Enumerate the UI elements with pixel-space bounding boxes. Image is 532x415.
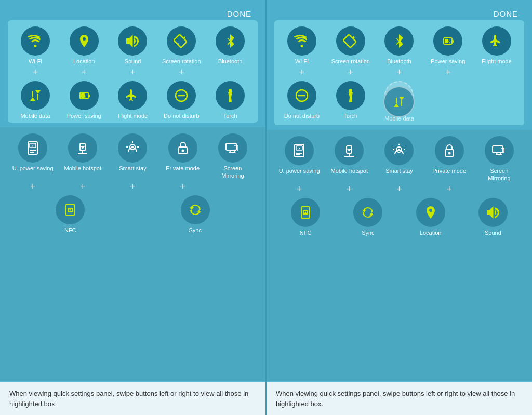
left-wifi[interactable]: Wi-Fi — [15, 26, 56, 65]
left-u-power-saving[interactable]: U. power saving — [12, 133, 54, 172]
right-bluetooth[interactable]: Bluetooth — [378, 26, 420, 65]
rplus-2: + — [330, 67, 371, 78]
right-sync[interactable]: Sync — [347, 198, 389, 236]
right-caption: When viewing quick settings panel, swipe… — [267, 382, 532, 415]
plus-9: + — [162, 181, 204, 192]
plus-1: + — [15, 67, 56, 78]
right-u-power-saving[interactable]: U. power saving — [278, 136, 320, 175]
left-nfc[interactable]: NFC — [49, 195, 91, 234]
right-plus-row-2: + + + + — [274, 183, 524, 196]
left-caption: When viewing quick settings panel, swipe… — [0, 382, 265, 415]
rplus-9: + — [429, 184, 470, 195]
right-done-area: DONE — [274, 5, 524, 20]
left-mobile-hotspot[interactable]: Mobile hotspot — [62, 133, 103, 172]
left-sound[interactable]: Sound — [112, 26, 153, 65]
left-panel-top: DONE Wi-Fi Location Sound — [0, 0, 265, 127]
right-highlight-box: Wi-Fi Screen rotation Bluetooth Power sa… — [274, 20, 524, 125]
right-sound[interactable]: Sound — [472, 198, 514, 236]
right-private-mode[interactable]: Private mode — [429, 136, 470, 175]
rplus-6: + — [278, 184, 320, 195]
left-extra-row-1: U. power saving Mobile hotspot Smart sta… — [8, 131, 258, 180]
rplus-1: + — [281, 67, 323, 78]
left-private-mode[interactable]: Private mode — [162, 133, 204, 172]
left-row-2: Mobile data Power saving Flight mode Do … — [11, 79, 255, 121]
right-extra-row-2: NFC Sync Location Sound — [274, 196, 524, 237]
plus-5 — [209, 67, 251, 78]
left-highlight-box: Wi-Fi Location Sound Screen rotation — [8, 20, 258, 123]
left-plus-row-1: + + + + — [11, 66, 255, 79]
right-do-not-disturb[interactable]: Do not disturb — [281, 81, 323, 119]
right-flight-mode[interactable]: Flight mode — [476, 26, 517, 65]
right-done-button[interactable]: DONE — [494, 9, 518, 18]
left-mobile-data[interactable]: Mobile data — [15, 81, 56, 119]
left-power-saving[interactable]: Power saving — [63, 81, 105, 119]
right-panel-bottom: U. power saving Mobile hotspot Smart sta… — [267, 130, 532, 381]
right-power-saving[interactable]: Power saving — [427, 26, 469, 65]
right-nfc[interactable]: NFC — [285, 198, 326, 236]
rplus-4: + — [427, 67, 469, 78]
main-container: DONE Wi-Fi Location Sound — [0, 0, 532, 415]
left-bluetooth[interactable]: Bluetooth — [209, 26, 251, 65]
right-wifi[interactable]: Wi-Fi — [281, 26, 323, 65]
plus-4: + — [161, 67, 202, 78]
right-screen-mirroring[interactable]: Screen Mirroring — [478, 136, 520, 181]
plus-6: + — [12, 181, 54, 192]
plus-2: + — [63, 67, 105, 78]
right-extra-row-1: U. power saving Mobile hotspot Smart sta… — [274, 134, 524, 182]
right-panel-top: DONE Wi-Fi Screen rotation Bluetooth — [267, 0, 532, 130]
left-location[interactable]: Location — [63, 26, 105, 65]
left-screen-mirroring[interactable]: Screen Mirroring — [212, 133, 254, 179]
right-panel: DONE Wi-Fi Screen rotation Bluetooth — [267, 0, 532, 415]
left-done-area: DONE — [8, 5, 258, 20]
right-plus-row-1: + + + + — [277, 66, 521, 79]
plus-10 — [212, 181, 254, 192]
plus-7: + — [62, 181, 103, 192]
right-smart-stay[interactable]: Smart stay — [378, 136, 420, 175]
right-row-2: Do not disturb Torch Mobile data — [277, 79, 521, 123]
left-sync[interactable]: Sync — [175, 195, 216, 234]
right-screen-rotation[interactable]: Screen rotation — [330, 26, 371, 65]
rplus-8: + — [378, 184, 420, 195]
right-mobile-hotspot[interactable]: Mobile hotspot — [328, 136, 370, 175]
left-panel: DONE Wi-Fi Location Sound — [0, 0, 265, 415]
drag-ghost-mobile-data — [383, 86, 415, 117]
rplus-10 — [478, 184, 520, 195]
left-row-1: Wi-Fi Location Sound Screen rotation — [11, 24, 255, 66]
right-location[interactable]: Location — [410, 198, 451, 236]
left-extra-row-2: NFC Sync — [8, 193, 258, 235]
left-panel-bottom: U. power saving Mobile hotspot Smart sta… — [0, 127, 265, 381]
left-do-not-disturb[interactable]: Do not disturb — [161, 81, 202, 119]
plus-3: + — [112, 67, 153, 78]
left-done-button[interactable]: DONE — [227, 9, 251, 18]
plus-8: + — [112, 181, 153, 192]
rplus-3: + — [378, 67, 420, 78]
right-torch[interactable]: Torch — [330, 81, 371, 119]
left-torch[interactable]: Torch — [209, 81, 251, 119]
right-mobile-data-slot[interactable]: Mobile data — [378, 81, 420, 122]
left-plus-row-2: + + + + — [8, 180, 258, 193]
left-screen-rotation[interactable]: Screen rotation — [161, 26, 202, 65]
left-smart-stay[interactable]: Smart stay — [112, 133, 153, 172]
right-row-1: Wi-Fi Screen rotation Bluetooth Power sa… — [277, 24, 521, 66]
left-flight-mode[interactable]: Flight mode — [112, 81, 153, 119]
rplus-7: + — [328, 184, 370, 195]
rplus-5 — [476, 67, 517, 78]
